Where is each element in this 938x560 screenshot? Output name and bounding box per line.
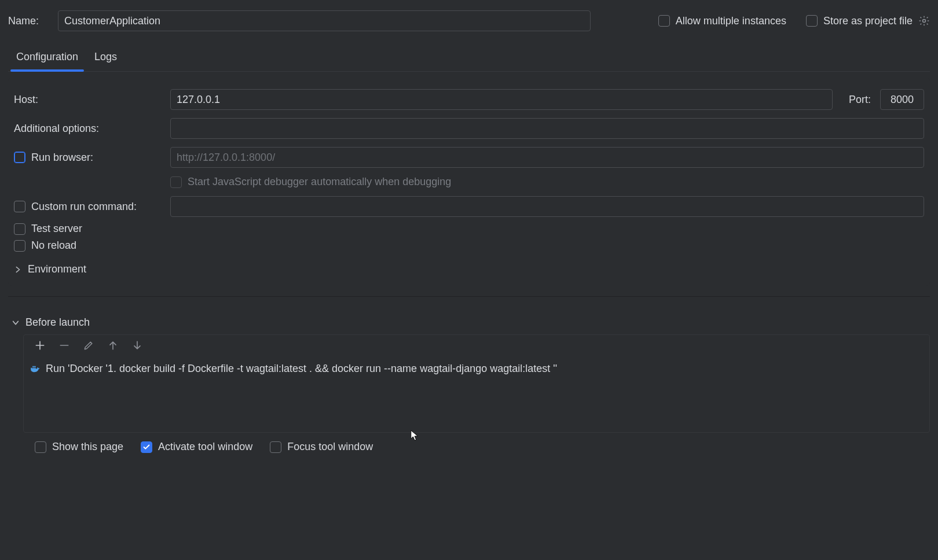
checkbox-icon bbox=[270, 441, 281, 453]
before-launch-toolbar bbox=[24, 335, 929, 356]
before-launch-list: Run 'Docker '1. docker build -f Dockerfi… bbox=[23, 334, 930, 433]
before-launch-task[interactable]: Run 'Docker '1. docker build -f Dockerfi… bbox=[24, 356, 929, 382]
host-label: Host: bbox=[14, 94, 38, 106]
divider bbox=[8, 296, 930, 297]
checkbox-icon bbox=[14, 223, 25, 235]
test-server-checkbox[interactable]: Test server bbox=[14, 223, 82, 235]
environment-section-toggle[interactable]: Environment bbox=[14, 263, 924, 275]
gear-icon[interactable] bbox=[918, 15, 930, 27]
run-browser-url-input[interactable] bbox=[170, 147, 924, 168]
additional-options-label: Additional options: bbox=[14, 123, 99, 135]
checkbox-icon bbox=[14, 240, 25, 252]
name-label: Name: bbox=[8, 15, 50, 27]
pencil-icon[interactable] bbox=[83, 340, 94, 351]
focus-tool-window-checkbox[interactable]: Focus tool window bbox=[270, 441, 373, 453]
chevron-down-icon bbox=[12, 319, 20, 327]
host-input[interactable] bbox=[170, 89, 833, 110]
arrow-up-icon[interactable] bbox=[107, 340, 119, 351]
configuration-panel: Host: Port: Additional options: Run brow… bbox=[8, 78, 930, 286]
checkbox-icon bbox=[14, 152, 25, 163]
name-input[interactable] bbox=[58, 10, 591, 31]
additional-options-input[interactable] bbox=[170, 118, 924, 139]
no-reload-label: No reload bbox=[31, 240, 76, 252]
chevron-right-icon bbox=[14, 266, 22, 274]
before-launch-toggle[interactable]: Before launch bbox=[12, 316, 930, 329]
svg-point-0 bbox=[923, 20, 926, 23]
environment-label: Environment bbox=[28, 263, 86, 275]
focus-tool-window-label: Focus tool window bbox=[287, 441, 373, 453]
run-browser-label: Run browser: bbox=[31, 152, 93, 164]
checkbox-icon bbox=[141, 441, 152, 453]
activate-tool-window-label: Activate tool window bbox=[158, 441, 252, 453]
checkbox-icon bbox=[806, 15, 818, 27]
no-reload-checkbox[interactable]: No reload bbox=[14, 240, 76, 252]
js-debugger-label: Start JavaScript debugger automatically … bbox=[188, 176, 451, 188]
allow-multiple-instances-label: Allow multiple instances bbox=[676, 15, 786, 27]
docker-icon bbox=[30, 364, 40, 374]
run-browser-checkbox[interactable]: Run browser: bbox=[14, 152, 93, 164]
checkbox-icon bbox=[35, 441, 46, 453]
activate-tool-window-checkbox[interactable]: Activate tool window bbox=[141, 441, 252, 453]
show-this-page-label: Show this page bbox=[52, 441, 123, 453]
tab-configuration[interactable]: Configuration bbox=[16, 44, 78, 71]
port-input[interactable] bbox=[880, 89, 924, 110]
custom-run-command-input[interactable] bbox=[170, 196, 924, 217]
arrow-down-icon[interactable] bbox=[131, 340, 143, 351]
custom-run-command-checkbox[interactable]: Custom run command: bbox=[14, 201, 137, 213]
custom-run-command-label: Custom run command: bbox=[31, 201, 137, 213]
checkbox-icon bbox=[658, 15, 670, 27]
tab-logs[interactable]: Logs bbox=[94, 44, 117, 71]
show-this-page-checkbox[interactable]: Show this page bbox=[35, 441, 123, 453]
test-server-label: Test server bbox=[31, 223, 82, 235]
allow-multiple-instances-checkbox[interactable]: Allow multiple instances bbox=[658, 15, 786, 27]
store-as-project-file-label: Store as project file bbox=[823, 15, 913, 27]
port-label: Port: bbox=[849, 94, 871, 106]
js-debugger-checkbox[interactable] bbox=[170, 176, 182, 188]
store-as-project-file-checkbox[interactable]: Store as project file bbox=[806, 15, 930, 27]
before-launch-task-text: Run 'Docker '1. docker build -f Dockerfi… bbox=[46, 363, 557, 375]
tabs: Configuration Logs bbox=[8, 44, 930, 72]
before-launch-title: Before launch bbox=[25, 316, 90, 329]
plus-icon[interactable] bbox=[34, 340, 46, 351]
checkbox-icon bbox=[14, 201, 25, 212]
minus-icon[interactable] bbox=[58, 340, 70, 351]
